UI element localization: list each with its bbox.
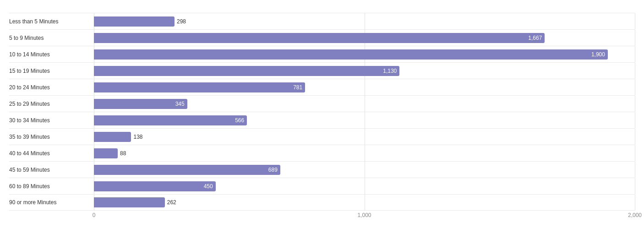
bar-value: 450 bbox=[204, 183, 213, 190]
x-axis-label: 0 bbox=[93, 212, 96, 218]
bar-value: 345 bbox=[175, 101, 185, 107]
bar-value: 138 bbox=[133, 134, 142, 140]
bar-value: 88 bbox=[120, 150, 126, 157]
bar-value: 781 bbox=[293, 84, 302, 91]
bar-fill: 1,900 bbox=[94, 49, 608, 60]
bar-area: 781 bbox=[94, 79, 635, 95]
bar-row: 30 to 34 Minutes566 bbox=[9, 112, 635, 128]
bar-fill: 262 bbox=[94, 197, 165, 207]
chart-container: Less than 5 Minutes2985 to 9 Minutes1,66… bbox=[0, 0, 644, 239]
bar-value: 689 bbox=[268, 167, 278, 173]
bar-area: 262 bbox=[94, 195, 635, 210]
bar-area: 1,900 bbox=[94, 46, 635, 62]
bar-area: 298 bbox=[94, 13, 635, 29]
bar-label: 40 to 44 Minutes bbox=[9, 150, 94, 157]
bar-area: 566 bbox=[94, 112, 635, 128]
bar-row: 45 to 59 Minutes689 bbox=[9, 161, 635, 178]
bar-area: 1,130 bbox=[94, 63, 635, 79]
bar-fill: 298 bbox=[94, 16, 175, 27]
bar-row: 35 to 39 Minutes138 bbox=[9, 128, 635, 145]
bar-value: 262 bbox=[167, 199, 176, 206]
bar-label: 90 or more Minutes bbox=[9, 199, 94, 206]
bar-label: 5 to 9 Minutes bbox=[9, 35, 94, 41]
bar-label: 15 to 19 Minutes bbox=[9, 68, 94, 74]
bar-area: 689 bbox=[94, 162, 635, 178]
bar-row: 10 to 14 Minutes1,900 bbox=[9, 46, 635, 62]
bar-value: 1,667 bbox=[528, 35, 542, 41]
bar-area: 345 bbox=[94, 96, 635, 112]
x-axis-label: 1,000 bbox=[357, 212, 371, 218]
bar-label: 10 to 14 Minutes bbox=[9, 51, 94, 58]
bar-label: 25 to 29 Minutes bbox=[9, 101, 94, 107]
bar-row: Less than 5 Minutes298 bbox=[9, 13, 635, 29]
bar-label: 30 to 34 Minutes bbox=[9, 117, 94, 124]
bar-fill: 450 bbox=[94, 181, 216, 191]
bar-label: 35 to 39 Minutes bbox=[9, 134, 94, 140]
bar-label: Less than 5 Minutes bbox=[9, 18, 94, 25]
bar-area: 1,667 bbox=[94, 30, 635, 46]
bar-row: 40 to 44 Minutes88 bbox=[9, 145, 635, 161]
bar-row: 20 to 24 Minutes781 bbox=[9, 79, 635, 95]
chart-body: Less than 5 Minutes2985 to 9 Minutes1,66… bbox=[9, 13, 635, 211]
bar-fill: 781 bbox=[94, 82, 305, 92]
bar-value: 298 bbox=[177, 18, 186, 25]
bar-value: 566 bbox=[235, 117, 244, 124]
bar-fill: 88 bbox=[94, 148, 118, 158]
x-axis: 01,0002,000 bbox=[94, 212, 635, 221]
bar-value: 1,130 bbox=[383, 68, 397, 74]
bar-fill: 1,130 bbox=[94, 66, 399, 76]
bar-label: 45 to 59 Minutes bbox=[9, 167, 94, 173]
bar-row: 60 to 89 Minutes450 bbox=[9, 178, 635, 194]
bar-area: 88 bbox=[94, 145, 635, 161]
bar-fill: 138 bbox=[94, 132, 131, 142]
bar-fill: 566 bbox=[94, 115, 247, 125]
bar-row: 15 to 19 Minutes1,130 bbox=[9, 62, 635, 79]
bar-label: 20 to 24 Minutes bbox=[9, 84, 94, 91]
bar-value: 1,900 bbox=[591, 51, 605, 58]
bar-area: 138 bbox=[94, 129, 635, 145]
bar-fill: 689 bbox=[94, 165, 280, 175]
x-axis-label: 2,000 bbox=[628, 212, 642, 218]
bar-area: 450 bbox=[94, 178, 635, 194]
bar-row: 5 to 9 Minutes1,667 bbox=[9, 29, 635, 46]
bar-fill: 1,667 bbox=[94, 33, 545, 43]
bar-row: 90 or more Minutes262 bbox=[9, 194, 635, 211]
bar-row: 25 to 29 Minutes345 bbox=[9, 95, 635, 112]
bar-fill: 345 bbox=[94, 99, 187, 109]
bar-label: 60 to 89 Minutes bbox=[9, 183, 94, 190]
